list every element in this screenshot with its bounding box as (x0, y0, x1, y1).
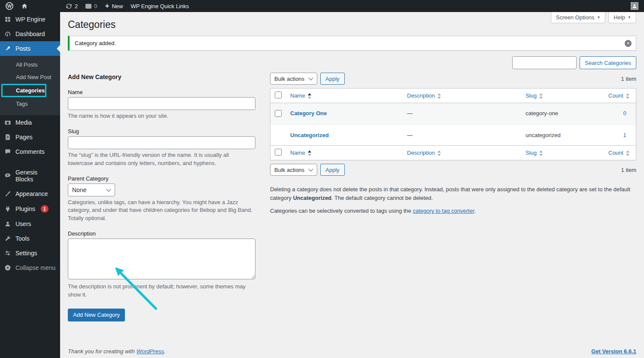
dismiss-notice-icon[interactable]: × (625, 40, 632, 47)
caret-down-icon: ▼ (628, 15, 631, 19)
category-name-link[interactable]: Category One (290, 110, 327, 116)
plugins-icon (4, 205, 12, 212)
search-box: Search Categories (68, 56, 636, 69)
my-account-link[interactable] (627, 0, 642, 12)
collapse-menu-button[interactable]: Collapse menu (0, 260, 60, 275)
category-to-tag-converter-link[interactable]: category to tag converter (413, 208, 474, 214)
get-version-link[interactable]: Get Version 6.6.1 (591, 348, 636, 355)
sidebar-item-media[interactable]: Media (0, 115, 60, 130)
description-group: Description The description is not promi… (68, 227, 255, 303)
apply-button[interactable]: Apply (320, 164, 345, 176)
home-icon (21, 3, 28, 9)
new-content-link[interactable]: + New (101, 0, 127, 12)
column-header-description[interactable]: Description (403, 146, 521, 160)
bulk-actions-select[interactable]: Bulk actions (270, 73, 317, 85)
category-name-input[interactable] (68, 97, 255, 110)
sort-icon (626, 150, 629, 156)
category-slug-cell: uncategorized (521, 125, 604, 146)
updates-icon (66, 3, 72, 9)
slug-label: Slug (68, 125, 255, 136)
notice-message: Category added. (75, 40, 116, 46)
wp-engine-icon (4, 16, 12, 23)
screen-options-button[interactable]: Screen Options ▼ (551, 12, 606, 23)
column-header-count[interactable]: Count (604, 146, 636, 160)
category-name-link[interactable]: Uncategorized (290, 132, 329, 138)
default-category-name: Uncategorized (293, 195, 331, 201)
sidebar-item-wp-engine[interactable]: WP Engine (0, 12, 60, 27)
sidebar-item-genesis-blocks[interactable]: Genesis Blocks (0, 165, 60, 187)
comments-link[interactable]: 0 (82, 0, 101, 12)
wordpress-link[interactable]: WordPress (137, 348, 164, 355)
category-description-cell: — (403, 103, 521, 125)
categories-list: Bulk actions Apply 1 item Name Descripti… (270, 73, 636, 220)
sidebar-item-tags[interactable]: Tags (0, 98, 60, 110)
delete-note: Deleting a category does not delete the … (270, 185, 636, 202)
collapse-arrow-icon (4, 264, 12, 271)
updates-link[interactable]: 2 (62, 0, 82, 12)
name-help: The name is how it appears on your site. (68, 110, 255, 124)
column-header-description[interactable]: Description (403, 89, 521, 103)
person-icon (632, 3, 638, 9)
updates-count: 2 (75, 3, 78, 9)
plugins-update-badge: 1 (41, 205, 49, 213)
column-header-name[interactable]: Name (286, 89, 403, 103)
column-header-count[interactable]: Count (604, 89, 636, 103)
column-header-name[interactable]: Name (286, 146, 403, 160)
site-home-link[interactable] (17, 0, 32, 12)
sidebar-item-tools[interactable]: Tools (0, 231, 60, 246)
sidebar-item-settings[interactable]: Settings (0, 246, 60, 260)
comments-icon (85, 4, 91, 9)
table-header-row: Name Description Slug Count (270, 89, 636, 103)
wordpress-menu[interactable]: W (2, 0, 17, 12)
footer-thanks: Thank you for creating with WordPress. (68, 348, 166, 355)
search-categories-button[interactable]: Search Categories (580, 56, 636, 69)
apply-button[interactable]: Apply (320, 73, 345, 85)
category-count-link[interactable]: 1 (622, 132, 628, 138)
sidebar-item-categories[interactable]: Categories (1, 84, 46, 97)
sidebar-item-posts[interactable]: Posts (0, 41, 60, 56)
sidebar-item-users[interactable]: Users (0, 217, 60, 231)
sidebar: WP Engine Dashboard Posts All Posts Add … (0, 12, 60, 358)
wp-engine-quick-links[interactable]: WP Engine Quick Links (127, 0, 193, 12)
sidebar-item-plugins[interactable]: Plugins 1 (0, 201, 60, 217)
sort-icon (539, 93, 543, 99)
sidebar-item-add-new-post[interactable]: Add New Post (0, 71, 60, 83)
name-field-group: Name The name is how it appears on your … (68, 86, 255, 124)
main-content: Screen Options ▼ Help ▼ Categories Categ… (60, 12, 644, 358)
add-new-category-button[interactable]: Add New Category (68, 309, 125, 321)
select-all-checkbox[interactable] (275, 149, 282, 156)
table-row: Uncategorized — uncategorized 1 (270, 125, 636, 146)
column-header-slug[interactable]: Slug (521, 89, 604, 103)
media-icon (4, 119, 12, 126)
column-header-slug[interactable]: Slug (521, 146, 604, 160)
parent-category-help: Categories, unlike tags, can have a hier… (68, 196, 255, 226)
wordpress-logo-icon: W (6, 2, 13, 10)
tablenav-bottom: Bulk actions Apply 1 item (270, 164, 636, 176)
sidebar-item-appearance[interactable]: Appearance (0, 187, 60, 201)
category-slug-input[interactable] (68, 136, 255, 149)
sidebar-item-dashboard[interactable]: Dashboard (0, 27, 60, 41)
sort-icon (308, 150, 311, 156)
sidebar-item-pages[interactable]: Pages (0, 130, 60, 144)
help-button[interactable]: Help ▼ (608, 12, 636, 23)
search-categories-input[interactable] (512, 56, 577, 69)
parent-category-select[interactable]: None (68, 184, 115, 196)
screen-meta-links: Screen Options ▼ Help ▼ (551, 12, 636, 23)
sidebar-item-comments[interactable]: Comments (0, 144, 60, 159)
bulk-actions-select[interactable]: Bulk actions (270, 164, 317, 176)
genesis-blocks-icon (4, 172, 12, 179)
users-icon (4, 220, 12, 227)
select-all-checkbox[interactable] (275, 92, 282, 98)
sort-icon (626, 93, 629, 99)
sidebar-item-all-posts[interactable]: All Posts (0, 58, 60, 71)
parent-category-group: Parent Category None Categories, unlike … (68, 172, 255, 226)
category-count-link[interactable]: 0 (622, 110, 628, 116)
name-label: Name (68, 86, 255, 97)
sort-icon (437, 93, 441, 99)
category-description-textarea[interactable] (68, 239, 255, 279)
sort-icon (308, 93, 311, 99)
menu-separator (0, 159, 60, 165)
parent-category-label: Parent Category (68, 172, 255, 184)
table-row: Category One — category-one 0 (270, 103, 636, 125)
row-checkbox[interactable] (275, 110, 282, 117)
